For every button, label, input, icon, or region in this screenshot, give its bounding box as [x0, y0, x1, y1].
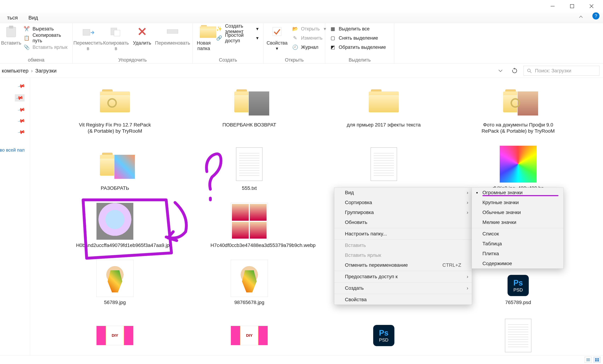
delete-button[interactable]: Удалить [131, 24, 152, 46]
search-input[interactable]: Поиск: Загрузки [523, 66, 600, 76]
copy-icon [109, 24, 123, 39]
tab-view[interactable]: Вид [28, 15, 38, 21]
sidebar-pin-2[interactable]: 📌 [15, 94, 24, 102]
copy-to-button[interactable]: Копировать в [104, 24, 128, 51]
svg-rect-12 [273, 27, 281, 36]
select-none-icon: ▢ [330, 35, 336, 41]
folder-icon [94, 83, 136, 118]
invert-selection-button[interactable]: ◩Обратить выделение [328, 43, 387, 52]
ctx-view[interactable]: Вид› [334, 188, 472, 198]
svg-rect-20 [595, 360, 597, 361]
svg-rect-8 [114, 30, 120, 36]
new-item-button[interactable]: ✨Создать элемент▾ [215, 24, 260, 33]
paste-shortcut-button[interactable]: 📎Вставить ярлык [22, 43, 69, 52]
history-dropdown[interactable] [495, 65, 506, 76]
sub-large-icons[interactable]: Крупные значки [472, 198, 563, 208]
svg-rect-6 [83, 29, 90, 35]
minimize-button[interactable] [543, 0, 562, 12]
sub-medium-icons[interactable]: Обычные значки [472, 208, 563, 217]
properties-button[interactable]: Свойства ▾ [267, 24, 288, 51]
edit-button[interactable]: ✎Изменить [291, 34, 328, 42]
history-button[interactable]: 🕘Журнал [291, 43, 328, 52]
file-item[interactable]: Фото на документы Профи 9.0 RePack (& Po… [451, 83, 585, 134]
sub-small-icons[interactable]: Мелкие значки [472, 217, 563, 227]
sub-content[interactable]: Содержимое [472, 258, 563, 269]
details-view-button[interactable] [585, 357, 592, 363]
breadcrumb-folder[interactable]: Загрузки [35, 68, 57, 74]
sub-huge-icons[interactable]: Огромные значки [472, 188, 563, 198]
cut-button[interactable]: ✂️Вырезать [22, 24, 69, 33]
image-thumbnail [228, 204, 270, 239]
easy-access-label: Простой доступ [225, 33, 252, 44]
refresh-button[interactable] [509, 65, 520, 76]
file-item[interactable]: Vit Registry Fix Pro 12.7 RePack (& Port… [48, 83, 182, 134]
rename-button[interactable]: Переименовать [156, 24, 189, 46]
file-item[interactable]: H0band2uccffa49079fd1eb965f3a47aa9.jpg [48, 204, 182, 248]
search-placeholder: Поиск: Загрузки [535, 68, 571, 74]
file-item[interactable] [182, 318, 316, 355]
svg-point-13 [528, 69, 530, 72]
svg-rect-19 [597, 358, 599, 360]
file-item[interactable] [48, 318, 182, 355]
open-group-label: Открыть [267, 56, 322, 63]
file-item[interactable]: 555.txt [182, 146, 316, 191]
file-item[interactable]: 56789.jpg [48, 261, 182, 305]
select-all-button[interactable]: ▦Выделить все [328, 24, 387, 33]
breadcrumb[interactable]: компьютер › Загрузки [0, 68, 492, 74]
image-thumbnail [497, 146, 539, 182]
file-name: Фото на документы Профи 9.0 RePack (& Po… [479, 122, 557, 134]
icons-view-button[interactable] [593, 357, 601, 363]
sidebar-pin-5[interactable]: 📌 [18, 129, 24, 135]
ctx-customize[interactable]: Настроить папку... [334, 229, 472, 239]
maximize-button[interactable] [562, 0, 582, 12]
ribbon-collapse-caret[interactable] [578, 14, 584, 19]
file-item[interactable]: ПОВЕРБАНК ВОЗВРАТ [182, 83, 316, 134]
copy-path-button[interactable]: 📋Скопировать путь [22, 34, 69, 42]
move-to-button[interactable]: Переместить в [76, 24, 100, 51]
file-item[interactable] [317, 146, 451, 191]
easy-access-button[interactable]: 🔗Простой доступ▾ [215, 34, 260, 42]
sub-list[interactable]: Список [472, 229, 563, 239]
tab-share[interactable]: ться [7, 15, 18, 21]
sub-table[interactable]: Таблица [472, 239, 563, 249]
file-item[interactable]: H7c40df0ccb3e47488ea3d55379a79b9ch.webp [182, 204, 316, 248]
file-item[interactable] [451, 318, 585, 355]
svg-rect-18 [595, 358, 597, 360]
breadcrumb-pc[interactable]: компьютер [2, 68, 28, 74]
open-icon: 📂 [292, 26, 298, 32]
help-button[interactable]: ? [592, 12, 600, 19]
ctx-refresh[interactable]: Обновить [334, 217, 472, 227]
file-item[interactable]: dVXa8.jpg_480x480 bp [451, 146, 585, 191]
ctx-share[interactable]: Предоставить доступ к› [334, 272, 472, 282]
ctx-group[interactable]: Группировка› [334, 208, 472, 217]
select-none-button[interactable]: ▢Снять выделение [328, 34, 387, 42]
context-submenu-view: Огромные значки Крупные значки Обычные з… [472, 188, 564, 269]
sub-tiles[interactable]: Плитка [472, 249, 563, 258]
file-name: ПОВЕРБАНК ВОЗВРАТ [222, 122, 276, 128]
select-none-label: Снять выделение [339, 35, 378, 41]
paste-button[interactable]: Вставить [3, 24, 19, 46]
file-item[interactable]: РАЗОБРАТЬ [48, 146, 182, 191]
ctx-create[interactable]: Создать› [334, 283, 472, 293]
ctx-undo-rename[interactable]: Отменить переименованиеCTRL+Z [334, 260, 472, 270]
ctx-properties[interactable]: Свойства [334, 295, 472, 305]
file-item[interactable]: PsPSDPSD [317, 318, 451, 355]
sidebar-pin-1[interactable]: 📌 [18, 83, 24, 89]
search-everywhere-link[interactable]: е во всей пап [0, 147, 24, 153]
file-item[interactable]: 98765678.jpg [182, 261, 316, 305]
chevron-right-icon: › [467, 200, 468, 205]
ctx-sort[interactable]: Сортировка› [334, 198, 472, 208]
sidebar-pin-4[interactable]: 📌 [18, 118, 24, 124]
organize-group-label: Упорядочить [76, 56, 189, 63]
new-folder-button[interactable]: Новая папка [196, 24, 212, 51]
select-all-icon: ▦ [330, 26, 336, 32]
open-button[interactable]: 📂Открыть▾ [291, 24, 328, 33]
file-name: 98765678.jpg [234, 299, 265, 305]
folder-icon [228, 83, 270, 118]
close-button[interactable] [582, 0, 601, 12]
folder-icon [94, 146, 136, 182]
psd-file-icon: PsPSD [363, 318, 405, 353]
file-item[interactable]: для прмьер 2017 эфекты текста [317, 83, 451, 134]
sidebar-pin-3[interactable]: 📌 [18, 107, 24, 113]
svg-rect-21 [597, 360, 599, 361]
